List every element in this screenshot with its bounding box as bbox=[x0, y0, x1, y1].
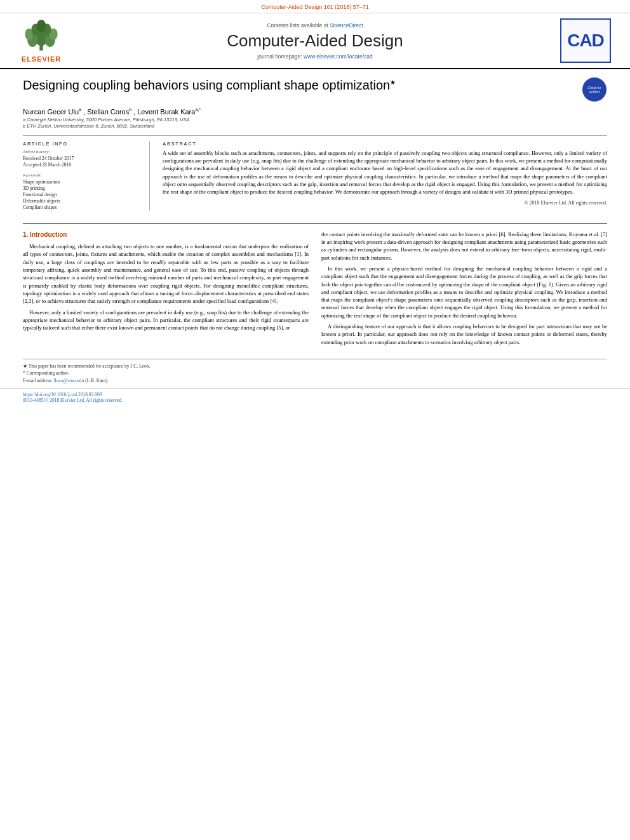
abstract-label: ABSTRACT bbox=[163, 141, 607, 147]
copyright-line: © 2018 Elsevier Ltd. All rights reserved… bbox=[163, 200, 607, 206]
journal-reference-link[interactable]: Computer-Aided Design 101 (2018) 57–71 bbox=[261, 4, 369, 10]
body-col1-p2: However, only a limited variety of confi… bbox=[23, 309, 309, 332]
keyword-4: Deformable objects bbox=[23, 198, 142, 204]
author1-name: Nurcan Gecer Ulu bbox=[23, 108, 79, 116]
svg-point-8 bbox=[37, 19, 46, 32]
check-badge-inner: Check for updates bbox=[582, 77, 607, 102]
author3-star: * bbox=[199, 107, 201, 112]
footnote-2: * Corresponding author. bbox=[23, 370, 607, 377]
keyword-1: Shape optimization bbox=[23, 179, 142, 185]
article-info-abstract-section: ARTICLE INFO Article history: Received 2… bbox=[23, 135, 607, 211]
keyword-2: 3D printing bbox=[23, 185, 142, 191]
page-container: Computer-Aided Design 101 (2018) 57–71 bbox=[0, 0, 630, 406]
issn-text: 0010-4485/© 2018 Elsevier Ltd. All right… bbox=[23, 397, 123, 403]
authors-line: Nurcan Gecer Ulua , Stelian Corosb , Lev… bbox=[23, 107, 607, 116]
author2-name: , Stelian Coros bbox=[83, 108, 129, 116]
homepage-link[interactable]: www.elsevier.com/locate/cad bbox=[304, 53, 373, 60]
affiliation-a: a Carnegie Mellon University, 5000 Forbe… bbox=[23, 117, 607, 123]
footnote-section: ★ This paper has been recommended for ac… bbox=[23, 359, 607, 384]
body-col1-p1: Mechanical coupling, defined as attachin… bbox=[23, 243, 309, 305]
footnote-1: ★ This paper has been recommended for ac… bbox=[23, 363, 607, 370]
body-col2-p3: A distinguishing feature of our approach… bbox=[321, 323, 607, 346]
author1-sup: a bbox=[79, 107, 81, 112]
body-col2-p2: In this work, we present a physics-based… bbox=[321, 265, 607, 319]
email-link[interactable]: lkara@cmu.edu bbox=[54, 378, 84, 383]
affiliation-b: b ETH Zurich, Universitaetstrasse 6, Zur… bbox=[23, 123, 607, 129]
journal-name: Computer-Aided Design bbox=[70, 31, 560, 51]
author2-sup: b bbox=[129, 107, 131, 112]
body-col2-p1: the contact points involving the maximal… bbox=[321, 230, 607, 262]
elsevier-logo-area: ELSEVIER bbox=[13, 19, 70, 63]
abstract-column: ABSTRACT A wide set of assembly blocks s… bbox=[163, 141, 607, 211]
footnote-3: E-mail address: lkara@cmu.edu (L.B. Kara… bbox=[23, 377, 607, 384]
bottom-bar: https://doi.org/10.1016/j.cad.2018.03.00… bbox=[0, 388, 630, 406]
accepted-date: Accepted 28 March 2018 bbox=[23, 162, 142, 168]
article-title-section: Designing coupling behaviors using compl… bbox=[23, 77, 607, 102]
contents-line: Contents lists available at ScienceDirec… bbox=[70, 22, 560, 29]
section1-heading: 1. Introduction bbox=[23, 230, 309, 240]
top-bar: Computer-Aided Design 101 (2018) 57–71 bbox=[0, 0, 630, 13]
abstract-text: A wide set of assembly blocks such as at… bbox=[163, 149, 607, 196]
sciencedirect-link[interactable]: ScienceDirect bbox=[330, 22, 363, 29]
journal-title-area: Contents lists available at ScienceDirec… bbox=[70, 22, 560, 60]
check-for-updates-badge: Check for updates bbox=[582, 77, 607, 102]
article-history-label: Article history: bbox=[23, 149, 142, 154]
article-info-column: ARTICLE INFO Article history: Received 2… bbox=[23, 141, 150, 211]
body-two-col: 1. Introduction Mechanical coupling, def… bbox=[0, 224, 630, 356]
journal-header: ELSEVIER Contents lists available at Sci… bbox=[0, 13, 630, 69]
elsevier-tree-icon bbox=[19, 19, 64, 54]
article-content: Designing coupling behaviors using compl… bbox=[0, 69, 630, 217]
title-star: ★ bbox=[390, 79, 396, 86]
keyword-5: Compliant shapes bbox=[23, 204, 142, 210]
received-date: Received 24 October 2017 bbox=[23, 156, 142, 161]
journal-homepage: journal homepage: www.elsevier.com/locat… bbox=[70, 53, 560, 60]
check-badge-text: Check for updates bbox=[587, 86, 601, 93]
author3-name: , Levent Burak Kara bbox=[133, 108, 195, 116]
keywords-label: Keywords: bbox=[23, 173, 142, 178]
body-col-right: the contact points involving the maximal… bbox=[321, 230, 607, 349]
body-col-left: 1. Introduction Mechanical coupling, def… bbox=[23, 230, 309, 349]
cad-logo-text: CAD bbox=[567, 30, 604, 51]
doi-link[interactable]: https://doi.org/10.1016/j.cad.2018.03.00… bbox=[23, 392, 102, 397]
article-info-label: ARTICLE INFO bbox=[23, 141, 142, 147]
keyword-3: Functional design bbox=[23, 192, 142, 197]
elsevier-wordmark: ELSEVIER bbox=[22, 55, 61, 63]
cad-logo-box: CAD bbox=[560, 18, 611, 63]
article-title: Designing coupling behaviors using compl… bbox=[23, 77, 572, 93]
